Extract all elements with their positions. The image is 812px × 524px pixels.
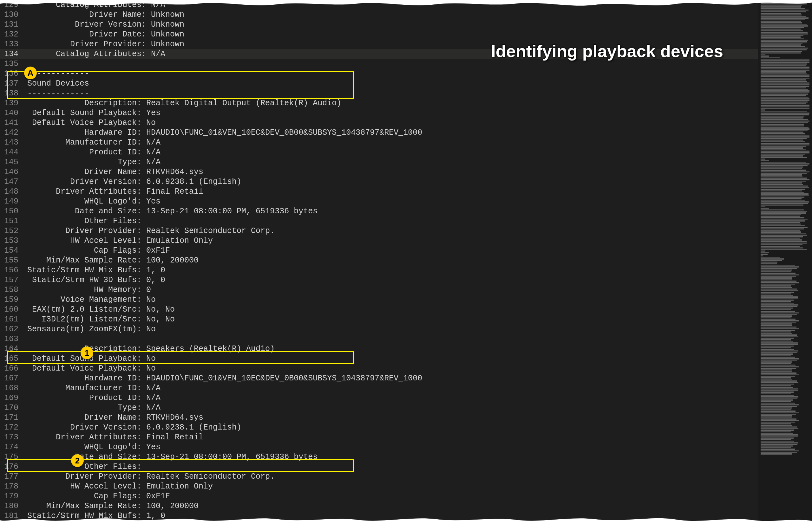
line-number: 179 <box>0 491 27 501</box>
line-number: 133 <box>0 39 27 49</box>
code-line[interactable]: 135 <box>0 59 758 69</box>
code-line[interactable]: 139 Description: Realtek Digital Output … <box>0 98 758 108</box>
line-content: Driver Name: RTKVHD64.sys <box>27 413 758 423</box>
code-line[interactable]: 165 Default Sound Playback: No <box>0 354 758 364</box>
line-content: Other Files: <box>27 216 758 226</box>
code-line[interactable]: 169 Product ID: N/A <box>0 393 758 403</box>
code-line[interactable]: 136------------- <box>0 69 758 79</box>
code-line[interactable]: 141 Default Voice Playback: No <box>0 118 758 128</box>
code-line[interactable]: 134 Catalog Attributes: N/A <box>0 49 758 59</box>
line-content: Product ID: N/A <box>27 393 758 403</box>
line-content: Cap Flags: 0xF1F <box>27 246 758 256</box>
line-number: 129 <box>0 0 27 10</box>
code-line[interactable]: 177 Driver Provider: Realtek Semiconduct… <box>0 472 758 481</box>
code-line[interactable]: 129 Catalog Attributes: N/A <box>0 0 758 10</box>
line-content: ------------- <box>27 69 758 79</box>
code-line[interactable]: 153 HW Accel Level: Emulation Only <box>0 236 758 246</box>
code-line[interactable]: 175 Date and Size: 13-Sep-21 08:00:00 PM… <box>0 452 758 462</box>
line-content: Static/Strm HW Mix Bufs: 1, 0 <box>27 265 758 275</box>
code-line[interactable]: 163 <box>0 334 758 344</box>
line-number: 178 <box>0 481 27 491</box>
line-content: Driver Version: 6.0.9238.1 (English) <box>27 177 758 187</box>
line-content: ------------- <box>27 88 758 98</box>
line-content: Driver Provider: Realtek Semiconductor C… <box>27 472 758 481</box>
line-number: 143 <box>0 137 27 147</box>
minimap[interactable] <box>758 0 812 524</box>
line-number: 157 <box>0 275 27 285</box>
code-line[interactable]: 180 Min/Max Sample Rate: 100, 200000 <box>0 501 758 511</box>
line-number: 151 <box>0 216 27 226</box>
line-number: 167 <box>0 373 27 383</box>
code-line[interactable]: 143 Manufacturer ID: N/A <box>0 137 758 147</box>
code-line[interactable]: 166 Default Voice Playback: No <box>0 364 758 373</box>
line-number: 169 <box>0 393 27 403</box>
code-line[interactable]: 174 WHQL Logo'd: Yes <box>0 442 758 452</box>
code-line[interactable]: 147 Driver Version: 6.0.9238.1 (English) <box>0 177 758 187</box>
code-line[interactable]: 181Static/Strm HW Mix Bufs: 1, 0 <box>0 511 758 521</box>
code-line[interactable]: 131 Driver Version: Unknown <box>0 20 758 30</box>
line-number: 139 <box>0 98 27 108</box>
code-panel[interactable]: 129 Catalog Attributes: N/A130 Driver Na… <box>0 0 758 524</box>
code-line[interactable]: 132 Driver Date: Unknown <box>0 30 758 39</box>
code-line[interactable]: 164 Description: Speakers (Realtek(R) Au… <box>0 344 758 354</box>
code-line[interactable]: 148 Driver Attributes: Final Retail <box>0 187 758 197</box>
code-line[interactable]: 130 Driver Name: Unknown <box>0 10 758 20</box>
line-content: Driver Date: Unknown <box>27 30 758 39</box>
line-content: Description: Realtek Digital Output (Rea… <box>27 98 758 108</box>
line-content: Date and Size: 13-Sep-21 08:00:00 PM, 65… <box>27 452 758 462</box>
line-number: 164 <box>0 344 27 354</box>
line-content: Driver Attributes: Final Retail <box>27 432 758 442</box>
line-number: 170 <box>0 403 27 413</box>
line-content: Sensaura(tm) ZoomFX(tm): No <box>27 324 758 334</box>
code-line[interactable]: 171 Driver Name: RTKVHD64.sys <box>0 413 758 423</box>
line-number: 146 <box>0 167 27 177</box>
code-line[interactable]: 167 Hardware ID: HDAUDIO\FUNC_01&VEN_10E… <box>0 373 758 383</box>
code-line[interactable]: 140 Default Sound Playback: Yes <box>0 108 758 118</box>
code-line[interactable]: 161 I3DL2(tm) Listen/Src: No, No <box>0 314 758 324</box>
code-line[interactable]: 146 Driver Name: RTKVHD64.sys <box>0 167 758 177</box>
code-line[interactable]: 159 Voice Management: No <box>0 295 758 305</box>
code-line[interactable]: 150 Date and Size: 13-Sep-21 08:00:00 PM… <box>0 206 758 216</box>
line-number: 137 <box>0 79 27 88</box>
code-line[interactable]: 176 Other Files: <box>0 462 758 472</box>
code-line[interactable]: 133 Driver Provider: Unknown <box>0 39 758 49</box>
callout-2: 2 <box>71 454 84 467</box>
line-content: Driver Version: 6.0.9238.1 (English) <box>27 423 758 432</box>
line-number: 149 <box>0 197 27 206</box>
code-line[interactable]: 162Sensaura(tm) ZoomFX(tm): No <box>0 324 758 334</box>
line-number: 141 <box>0 118 27 128</box>
line-number: 161 <box>0 314 27 324</box>
code-line[interactable]: 151 Other Files: <box>0 216 758 226</box>
code-line[interactable]: 160 EAX(tm) 2.0 Listen/Src: No, No <box>0 305 758 314</box>
line-number: 163 <box>0 334 27 344</box>
code-line[interactable]: 168 Manufacturer ID: N/A <box>0 383 758 393</box>
line-number: 134 <box>0 49 27 59</box>
line-number: 131 <box>0 20 27 30</box>
line-number: 135 <box>0 59 27 69</box>
code-line[interactable]: 170 Type: N/A <box>0 403 758 413</box>
line-content: Catalog Attributes: N/A <box>27 0 758 10</box>
code-line[interactable]: 154 Cap Flags: 0xF1F <box>0 246 758 256</box>
code-line[interactable]: 157 Static/Strm HW 3D Bufs: 0, 0 <box>0 275 758 285</box>
code-line[interactable]: 145 Type: N/A <box>0 157 758 167</box>
code-line[interactable]: 158 HW Memory: 0 <box>0 285 758 295</box>
code-line[interactable]: 155 Min/Max Sample Rate: 100, 200000 <box>0 256 758 265</box>
code-line[interactable]: 173 Driver Attributes: Final Retail <box>0 432 758 442</box>
code-line[interactable]: 156Static/Strm HW Mix Bufs: 1, 0 <box>0 265 758 275</box>
code-line[interactable]: 142 Hardware ID: HDAUDIO\FUNC_01&VEN_10E… <box>0 128 758 137</box>
minimap-content <box>761 0 810 455</box>
code-line[interactable]: 138------------- <box>0 88 758 98</box>
code-line[interactable]: 178 HW Accel Level: Emulation Only <box>0 481 758 491</box>
code-line[interactable]: 149 WHQL Logo'd: Yes <box>0 197 758 206</box>
code-line[interactable]: 172 Driver Version: 6.0.9238.1 (English) <box>0 423 758 432</box>
line-content: Cap Flags: 0xF1F <box>27 491 758 501</box>
code-line[interactable]: 179 Cap Flags: 0xF1F <box>0 491 758 501</box>
line-content: Driver Name: RTKVHD64.sys <box>27 167 758 177</box>
line-number: 180 <box>0 501 27 511</box>
code-line[interactable]: 152 Driver Provider: Realtek Semiconduct… <box>0 226 758 236</box>
code-line[interactable]: 144 Product ID: N/A <box>0 147 758 157</box>
line-number: 172 <box>0 423 27 432</box>
line-number: 160 <box>0 305 27 314</box>
line-number: 173 <box>0 432 27 442</box>
code-line[interactable]: 137Sound Devices <box>0 79 758 88</box>
